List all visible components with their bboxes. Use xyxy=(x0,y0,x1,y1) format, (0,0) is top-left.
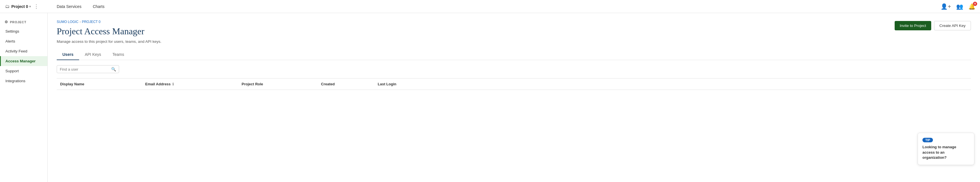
folder-icon: 🗂 xyxy=(5,4,10,9)
tip-text: Looking to manage access to an organizat… xyxy=(923,145,969,160)
tab-users[interactable]: Users xyxy=(57,49,79,60)
sidebar-item-access-manager[interactable]: Access Manager xyxy=(0,56,47,66)
chevron-down-icon: ▾ xyxy=(29,5,31,8)
breadcrumb-separator: › xyxy=(80,20,81,24)
project-selector[interactable]: 🗂 Project 0 ▾ ⋮ xyxy=(5,3,56,9)
top-right-icons: 👤+ 👥 🔔 9 xyxy=(940,3,975,10)
column-header-created: Created xyxy=(318,81,374,87)
page-subtitle: Manage access to this project for users,… xyxy=(57,40,971,44)
sidebar-item-support[interactable]: Support xyxy=(0,66,47,76)
sidebar-item-integrations[interactable]: Integrations xyxy=(0,76,47,86)
sidebar-item-settings[interactable]: Settings xyxy=(0,26,47,36)
create-api-key-button[interactable]: Create API Key xyxy=(934,21,971,30)
notification-badge: 9 xyxy=(973,2,977,6)
tab-api-keys[interactable]: API Keys xyxy=(79,49,107,60)
page-title: Project Access Manager xyxy=(57,26,971,36)
tip-badge: TIP xyxy=(923,138,933,142)
top-menu-charts[interactable]: Charts xyxy=(92,4,105,9)
column-header-email: Email Address ℹ xyxy=(142,81,238,87)
tab-teams[interactable]: Teams xyxy=(107,49,130,60)
tip-bubble: TIP Looking to manage access to an organ… xyxy=(918,133,974,165)
kebab-menu-icon[interactable]: ⋮ xyxy=(34,3,39,9)
column-header-role: Project Role xyxy=(238,81,318,87)
invite-to-project-button[interactable]: Invite to Project xyxy=(895,21,931,30)
main-content: SUMO LOGIC › PROJECT 0 Project Access Ma… xyxy=(48,13,980,182)
column-header-display-name: Display Name xyxy=(57,81,142,87)
breadcrumb-current[interactable]: PROJECT 0 xyxy=(82,20,101,24)
team-icon[interactable]: 👥 xyxy=(956,3,963,10)
column-header-last-login: Last Login xyxy=(374,81,431,87)
project-name[interactable]: Project 0 xyxy=(11,4,28,9)
main-layout: ⚙ PROJECT Settings Alerts Activity Feed … xyxy=(0,13,980,182)
top-menu-data-services[interactable]: Data Services xyxy=(56,4,83,9)
breadcrumb-parent[interactable]: SUMO LOGIC xyxy=(57,20,78,24)
search-icon: 🔍 xyxy=(111,67,116,71)
table-header: Display Name Email Address ℹ Project Rol… xyxy=(57,78,971,90)
top-navigation: 🗂 Project 0 ▾ ⋮ Data Services Charts 👤+ … xyxy=(0,0,980,13)
gear-icon: ⚙ xyxy=(5,20,8,24)
search-input[interactable] xyxy=(60,67,111,71)
breadcrumb: SUMO LOGIC › PROJECT 0 xyxy=(57,20,971,24)
action-buttons: Invite to Project Create API Key xyxy=(895,21,971,30)
tabs: Users API Keys Teams xyxy=(57,49,971,60)
invite-user-icon[interactable]: 👤+ xyxy=(940,3,951,10)
sidebar-item-alerts[interactable]: Alerts xyxy=(0,36,47,46)
sidebar-item-activity-feed[interactable]: Activity Feed xyxy=(0,46,47,56)
sidebar: ⚙ PROJECT Settings Alerts Activity Feed … xyxy=(0,13,48,182)
sidebar-section-project: ⚙ PROJECT xyxy=(0,17,47,26)
notification-icon[interactable]: 🔔 9 xyxy=(968,3,975,10)
top-menu: Data Services Charts xyxy=(56,4,940,9)
search-bar[interactable]: 🔍 xyxy=(57,65,119,73)
info-icon[interactable]: ℹ xyxy=(172,82,174,86)
